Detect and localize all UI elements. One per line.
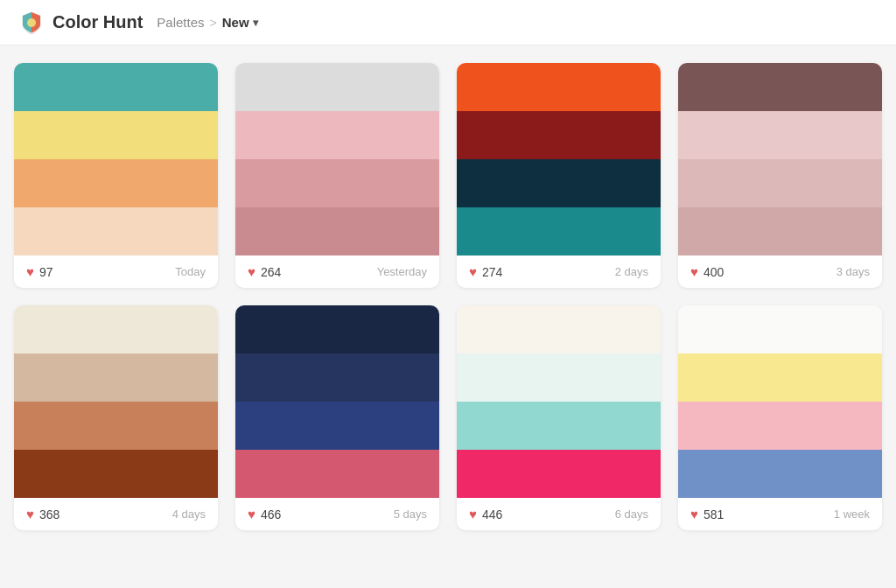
palette-footer: ♥5811 week [678, 498, 882, 530]
likes-count: 581 [704, 508, 724, 522]
color-strip [678, 402, 882, 450]
color-strip [235, 305, 439, 354]
likes-count: 274 [482, 265, 502, 279]
logo[interactable]: Color Hunt [18, 9, 143, 37]
palette-time: 6 days [615, 508, 648, 521]
breadcrumb-palettes[interactable]: Palettes [157, 15, 204, 30]
color-strip [14, 402, 218, 450]
svg-point-1 [27, 18, 36, 27]
color-strip [14, 63, 218, 111]
color-strip [235, 63, 439, 111]
palette-card[interactable]: ♥4003 days [678, 63, 882, 288]
color-strip [678, 207, 882, 256]
palette-colors [678, 63, 882, 256]
likes-count: 97 [39, 265, 53, 279]
palette-footer: ♥4003 days [678, 256, 882, 288]
palette-likes: ♥446 [469, 507, 502, 522]
color-strip [14, 305, 218, 354]
palette-likes: ♥274 [469, 264, 502, 279]
color-strip [235, 450, 439, 498]
app-header: Color Hunt Palettes > New ▾ [0, 0, 896, 46]
color-strip [457, 159, 661, 207]
color-strip [678, 111, 882, 159]
color-strip [14, 207, 218, 256]
heart-icon[interactable]: ♥ [469, 507, 477, 522]
breadcrumb-separator: > [210, 16, 217, 30]
palette-footer: ♥3684 days [14, 498, 218, 530]
likes-count: 264 [261, 265, 281, 279]
palette-time: Today [175, 265, 206, 278]
palette-footer: ♥4466 days [457, 498, 661, 530]
breadcrumb: Palettes > New ▾ [157, 15, 257, 30]
main-content: ♥97Today♥264Yesterday♥2742 days♥4003 day… [0, 46, 896, 548]
color-strip [14, 450, 218, 498]
palette-likes: ♥466 [248, 507, 281, 522]
color-strip [235, 354, 439, 402]
palette-colors [457, 305, 661, 498]
palette-time: 2 days [615, 265, 648, 278]
color-strip [457, 63, 661, 111]
palette-grid: ♥97Today♥264Yesterday♥2742 days♥4003 day… [14, 63, 882, 530]
palette-likes: ♥581 [690, 507, 724, 522]
palette-footer: ♥97Today [14, 256, 218, 288]
logo-icon [18, 9, 46, 37]
heart-icon[interactable]: ♥ [469, 264, 477, 279]
heart-icon[interactable]: ♥ [248, 264, 256, 279]
color-strip [678, 159, 882, 207]
color-strip [457, 111, 661, 159]
palette-colors [14, 63, 218, 256]
color-strip [457, 450, 661, 498]
color-strip [14, 159, 218, 207]
color-strip [235, 111, 439, 159]
color-strip [14, 111, 218, 159]
palette-footer: ♥264Yesterday [235, 256, 439, 288]
likes-count: 400 [704, 265, 724, 279]
palette-likes: ♥368 [26, 507, 60, 522]
palette-card[interactable]: ♥4466 days [457, 305, 661, 530]
palette-colors [14, 305, 218, 498]
palette-colors [457, 63, 661, 256]
palette-card[interactable]: ♥97Today [14, 63, 218, 288]
palette-card[interactable]: ♥2742 days [457, 63, 661, 288]
logo-text: Color Hunt [52, 12, 143, 32]
palette-time: 1 week [834, 508, 870, 521]
color-strip [457, 305, 661, 354]
heart-icon[interactable]: ♥ [690, 264, 698, 279]
palette-card[interactable]: ♥264Yesterday [235, 63, 439, 288]
chevron-down-icon: ▾ [253, 17, 258, 29]
color-strip [235, 207, 439, 256]
color-strip [235, 402, 439, 450]
palette-time: 4 days [172, 508, 206, 521]
palette-likes: ♥400 [690, 264, 724, 279]
palette-colors [678, 305, 882, 498]
palette-footer: ♥2742 days [457, 256, 661, 288]
color-strip [457, 207, 661, 256]
color-strip [235, 159, 439, 207]
palette-card[interactable]: ♥4665 days [235, 305, 439, 530]
breadcrumb-new[interactable]: New ▾ [222, 15, 258, 30]
palette-footer: ♥4665 days [235, 498, 439, 530]
heart-icon[interactable]: ♥ [690, 507, 698, 522]
likes-count: 368 [39, 508, 60, 522]
likes-count: 466 [261, 508, 281, 522]
palette-colors [235, 305, 439, 498]
palette-likes: ♥97 [26, 264, 52, 279]
palette-time: 5 days [394, 508, 427, 521]
color-strip [678, 450, 882, 498]
color-strip [678, 305, 882, 354]
heart-icon[interactable]: ♥ [26, 507, 34, 522]
color-strip [14, 354, 218, 402]
palette-likes: ♥264 [248, 264, 281, 279]
color-strip [457, 402, 661, 450]
heart-icon[interactable]: ♥ [248, 507, 256, 522]
palette-colors [235, 63, 439, 256]
palette-card[interactable]: ♥3684 days [14, 305, 218, 530]
heart-icon[interactable]: ♥ [26, 264, 34, 279]
palette-card[interactable]: ♥5811 week [678, 305, 882, 530]
color-strip [678, 63, 882, 111]
color-strip [678, 354, 882, 402]
palette-time: 3 days [836, 265, 870, 278]
likes-count: 446 [482, 508, 502, 522]
palette-time: Yesterday [377, 265, 427, 278]
color-strip [457, 354, 661, 402]
